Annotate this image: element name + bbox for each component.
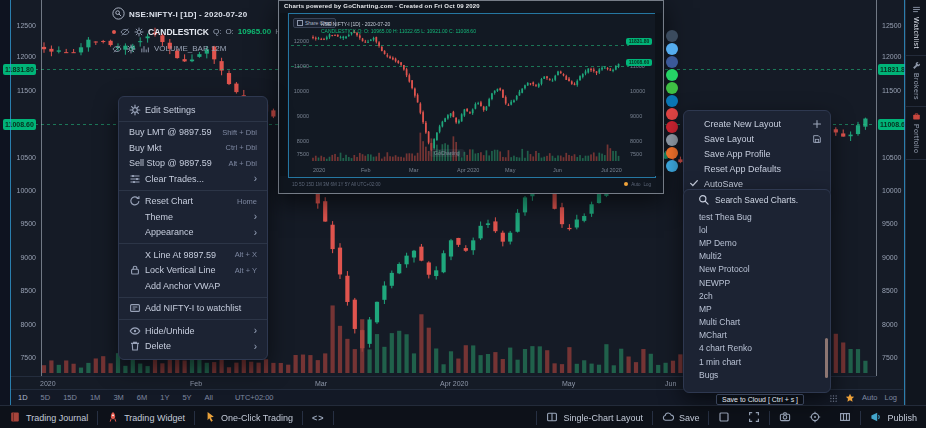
ohlc-key: O: (225, 27, 233, 36)
target-button[interactable] (800, 406, 830, 428)
menu-item-theme[interactable]: Theme› (119, 209, 267, 225)
timeframe-3m[interactable]: 3M (113, 393, 123, 402)
price-axis-right[interactable]: 1250012000115001050010000950090008500800… (876, 0, 905, 376)
saved-chart-mp-demo[interactable]: MP Demo (684, 236, 830, 249)
volume-label: VOLUME_BAR 12M (154, 44, 226, 53)
saved-chart-1-min-chart[interactable]: 1 min chart (684, 355, 830, 368)
snapshot-price-pill: 11008.60 (626, 59, 652, 66)
trading-widget-button[interactable]: Trading Widget (98, 406, 194, 428)
share-reddit-button[interactable] (666, 147, 678, 159)
sidebar-tab-brokers[interactable]: Brokers (906, 56, 926, 107)
saved-chart-mchart[interactable]: MChart (684, 329, 830, 342)
price-axis-left[interactable]: 1250012000115001050010000950090008500800… (0, 0, 42, 376)
menu-item-edit-settings[interactable]: Edit Settings (119, 102, 267, 118)
save-button[interactable]: Save (653, 406, 709, 428)
timeframe-1y[interactable]: 1Y (160, 393, 169, 402)
sidebar-tab-portfolio[interactable]: Portfolio (906, 107, 926, 160)
menu-item-save-layout[interactable]: Save Layout (684, 131, 830, 146)
menu-item-label: Hide/Unhide (145, 326, 248, 336)
saved-chart-mp[interactable]: MP (684, 302, 830, 315)
saved-chart-new-protocol[interactable]: New Protocol (684, 263, 830, 276)
scrollbar-thumb[interactable] (825, 338, 828, 378)
saved-charts-search-input[interactable]: Search Saved Charts. (684, 190, 830, 210)
auto-scale-button[interactable]: Auto (862, 393, 877, 402)
share-whatsapp-button[interactable] (666, 69, 678, 81)
single-chart-layout-button[interactable]: Single-Chart Layout (537, 406, 652, 428)
magnifier-icon[interactable] (112, 6, 125, 24)
series-settings-icon[interactable] (134, 23, 144, 41)
saved-chart-test-thea-bug[interactable]: test Thea Bug (684, 210, 830, 223)
menu-item-x-line-at-9897-59[interactable]: X Line At 9897.59Alt + X (119, 247, 267, 263)
share-twitter-x-button[interactable] (666, 30, 678, 42)
rocket-icon (107, 411, 119, 425)
timeframe-6m[interactable]: 6M (137, 393, 147, 402)
columns-button[interactable] (830, 406, 860, 428)
timeframe-15d[interactable]: 15D (63, 393, 77, 402)
menu-item-sell-stop-9897-59[interactable]: Sell Stop @ 9897.59Alt + Dbl (119, 156, 267, 172)
expand-button[interactable] (739, 406, 769, 428)
lock-icon (129, 264, 145, 276)
saved-chart-multi-chart[interactable]: Multi Chart (684, 316, 830, 329)
volume-settings-icon[interactable] (126, 40, 136, 58)
toolbar-button-label: Single-Chart Layout (563, 413, 643, 423)
toolbar-button-label: Trading Widget (124, 413, 185, 423)
timeframe-5d[interactable]: 5D (41, 393, 51, 402)
hide-series-icon[interactable] (120, 23, 130, 41)
menu-item-label: Buy Mkt (129, 143, 220, 153)
square-button[interactable] (709, 406, 739, 428)
shortcut-hint: Alt + Y (235, 266, 257, 275)
share-twitter-button[interactable] (666, 43, 678, 55)
timeframe-1d[interactable]: 1D (18, 393, 28, 402)
menu-item-reset-app-defaults[interactable]: Reset App Defaults (684, 161, 830, 176)
timeframe-5y[interactable]: 5Y (182, 393, 191, 402)
menu-item-save-app-profile[interactable]: Save App Profile (684, 146, 830, 161)
timeframe-all[interactable]: All (205, 393, 213, 402)
favorite-star-icon[interactable] (845, 389, 855, 407)
share-pocket-button[interactable] (666, 121, 678, 133)
timezone-label[interactable]: UTC+02:00 (235, 393, 274, 402)
submenu-arrow-icon: › (254, 325, 257, 336)
menu-item-label: Reset App Defaults (704, 164, 781, 174)
camera-button[interactable] (770, 406, 800, 428)
menu-item-add-anchor-vwap[interactable]: Add Anchor VWAP (119, 278, 267, 294)
hide-volume-icon[interactable] (112, 40, 122, 58)
saved-chart-lol[interactable]: lol (684, 223, 830, 236)
code-button[interactable]: <> (303, 406, 334, 428)
one-click-trading-button[interactable]: One-Click Trading (195, 406, 302, 428)
saved-chart-newpp[interactable]: NEWPP (684, 276, 830, 289)
snapshot-chart-region (288, 13, 656, 178)
menu-item-buy-mkt[interactable]: Buy MktCtrl + Dbl (119, 140, 267, 156)
saved-chart-4-chart-renko[interactable]: 4 chart Renko (684, 342, 830, 355)
menu-item-clear-trades[interactable]: Clear Trades...› (119, 171, 267, 187)
share-facebook-button[interactable] (666, 56, 678, 68)
log-scale-button[interactable]: Log (884, 393, 897, 402)
menu-item-reset-chart[interactable]: Reset ChartHome (119, 194, 267, 210)
saved-chart-2ch[interactable]: 2ch (684, 289, 830, 302)
saved-chart-bugs[interactable]: Bugs (684, 368, 830, 381)
search-icon (698, 191, 709, 209)
timeframe-1m[interactable]: 1M (90, 393, 100, 402)
menu-item-add-nifty-i-to-watchlist[interactable]: Add NIFTY-I to watchlist (119, 301, 267, 317)
trading-journal-button[interactable]: Trading Journal (0, 406, 97, 428)
sidebar-tab-watchlist[interactable]: Watchlist (906, 0, 926, 56)
menu-item-buy-lmt-9897-59[interactable]: Buy LMT @ 9897.59Shift + Dbl (119, 125, 267, 141)
share-linkedin-button[interactable] (666, 95, 678, 107)
share-column (666, 30, 678, 172)
menu-item-create-new-layout[interactable]: Create New Layout (684, 116, 830, 131)
menu-item-hide-unhide[interactable]: Hide/Unhide› (119, 323, 267, 339)
volume-bars-icon[interactable] (140, 40, 150, 58)
share-pinterest-button[interactable] (666, 108, 678, 120)
saved-chart-multi2[interactable]: Multi2 (684, 250, 830, 263)
menu-item-appearance[interactable]: Appearance› (119, 225, 267, 241)
publish-button[interactable]: Publish (861, 406, 926, 428)
grid-settings-icon[interactable] (829, 389, 838, 407)
toolbar-separator (333, 411, 334, 425)
share-email-button[interactable] (666, 134, 678, 146)
snapshot-bottom-bar: 1D 5D 15D 1M 3M 6M 1Y 5Y All UTC+02:00 A… (288, 179, 654, 189)
menu-item-delete[interactable]: Delete› (119, 339, 267, 355)
share-wechat-button[interactable] (666, 82, 678, 94)
menu-item-lock-vertical-line[interactable]: Lock Vertical LineAlt + Y (119, 263, 267, 279)
price-tick: 8000 (882, 321, 898, 329)
share-telegram-button[interactable] (666, 160, 678, 172)
snapshot-title: Charts powered by GoCharting.com - Creat… (284, 3, 480, 9)
